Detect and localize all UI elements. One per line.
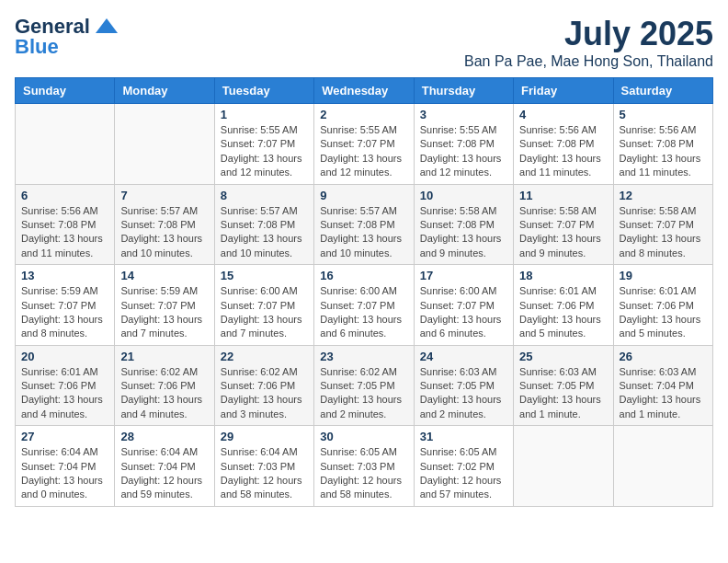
day-number: 21 — [120, 350, 208, 363]
day-number: 18 — [519, 269, 607, 282]
day-number: 22 — [221, 350, 308, 363]
day-number: 16 — [320, 269, 407, 282]
day-info: Sunrise: 6:03 AM Sunset: 7:05 PM Dayligh… — [420, 365, 507, 422]
day-info: Sunrise: 5:57 AM Sunset: 7:08 PM Dayligh… — [221, 204, 308, 261]
title-area: July 2025 Ban Pa Pae, Mae Hong Son, Thai… — [464, 15, 713, 70]
day-number: 2 — [320, 108, 407, 121]
day-number: 13 — [21, 269, 108, 282]
day-number: 10 — [420, 189, 507, 202]
day-header-sunday: Sunday — [16, 78, 115, 104]
location-title: Ban Pa Pae, Mae Hong Son, Thailand — [464, 53, 713, 70]
calendar-cell: 27Sunrise: 6:04 AM Sunset: 7:04 PM Dayli… — [16, 426, 115, 507]
calendar-cell: 8Sunrise: 5:57 AM Sunset: 7:08 PM Daylig… — [214, 184, 313, 265]
calendar-cell: 5Sunrise: 5:56 AM Sunset: 7:08 PM Daylig… — [613, 104, 712, 185]
month-title: July 2025 — [464, 15, 713, 53]
calendar-cell: 12Sunrise: 5:58 AM Sunset: 7:07 PM Dayli… — [613, 184, 712, 265]
day-info: Sunrise: 6:01 AM Sunset: 7:06 PM Dayligh… — [21, 365, 108, 422]
day-number: 15 — [221, 269, 308, 282]
day-number: 9 — [320, 189, 407, 202]
calendar-cell: 21Sunrise: 6:02 AM Sunset: 7:06 PM Dayli… — [115, 345, 214, 426]
day-info: Sunrise: 5:58 AM Sunset: 7:07 PM Dayligh… — [519, 204, 607, 261]
day-info: Sunrise: 5:55 AM Sunset: 7:08 PM Dayligh… — [420, 123, 507, 180]
calendar-cell — [115, 104, 214, 185]
day-info: Sunrise: 6:04 AM Sunset: 7:03 PM Dayligh… — [221, 445, 308, 502]
day-header-tuesday: Tuesday — [214, 78, 313, 104]
day-info: Sunrise: 5:55 AM Sunset: 7:07 PM Dayligh… — [320, 123, 407, 180]
day-info: Sunrise: 6:03 AM Sunset: 7:04 PM Dayligh… — [620, 365, 707, 422]
calendar-cell — [514, 426, 613, 507]
calendar-cell: 28Sunrise: 6:04 AM Sunset: 7:04 PM Dayli… — [115, 426, 214, 507]
day-number: 20 — [21, 350, 108, 363]
day-info: Sunrise: 6:05 AM Sunset: 7:03 PM Dayligh… — [320, 445, 407, 502]
calendar-cell: 13Sunrise: 5:59 AM Sunset: 7:07 PM Dayli… — [16, 265, 115, 346]
calendar-header-row: SundayMondayTuesdayWednesdayThursdayFrid… — [16, 78, 713, 104]
day-number: 31 — [420, 430, 507, 443]
svg-marker-0 — [96, 18, 118, 33]
calendar-cell: 2Sunrise: 5:55 AM Sunset: 7:07 PM Daylig… — [314, 104, 414, 185]
day-number: 26 — [620, 350, 707, 363]
calendar-cell: 9Sunrise: 5:57 AM Sunset: 7:08 PM Daylig… — [314, 184, 414, 265]
day-number: 24 — [420, 350, 507, 363]
day-info: Sunrise: 5:57 AM Sunset: 7:08 PM Dayligh… — [120, 204, 208, 261]
calendar-cell: 16Sunrise: 6:00 AM Sunset: 7:07 PM Dayli… — [314, 265, 414, 346]
day-number: 30 — [320, 430, 407, 443]
day-number: 12 — [620, 189, 707, 202]
calendar-week-row: 20Sunrise: 6:01 AM Sunset: 7:06 PM Dayli… — [16, 345, 713, 426]
logo: General Blue — [15, 15, 119, 59]
day-number: 7 — [120, 189, 208, 202]
day-info: Sunrise: 5:55 AM Sunset: 7:07 PM Dayligh… — [221, 123, 308, 180]
day-number: 23 — [320, 350, 407, 363]
day-number: 3 — [420, 108, 507, 121]
day-info: Sunrise: 5:58 AM Sunset: 7:08 PM Dayligh… — [420, 204, 507, 261]
day-number: 27 — [21, 430, 108, 443]
day-info: Sunrise: 6:02 AM Sunset: 7:06 PM Dayligh… — [221, 365, 308, 422]
day-info: Sunrise: 5:56 AM Sunset: 7:08 PM Dayligh… — [519, 123, 607, 180]
day-number: 14 — [120, 269, 208, 282]
day-info: Sunrise: 5:56 AM Sunset: 7:08 PM Dayligh… — [21, 204, 108, 261]
day-info: Sunrise: 6:02 AM Sunset: 7:05 PM Dayligh… — [320, 365, 407, 422]
calendar-cell: 18Sunrise: 6:01 AM Sunset: 7:06 PM Dayli… — [514, 265, 613, 346]
day-number: 25 — [519, 350, 607, 363]
day-header-thursday: Thursday — [414, 78, 513, 104]
calendar-cell: 15Sunrise: 6:00 AM Sunset: 7:07 PM Dayli… — [214, 265, 313, 346]
day-info: Sunrise: 5:57 AM Sunset: 7:08 PM Dayligh… — [320, 204, 407, 261]
day-info: Sunrise: 6:00 AM Sunset: 7:07 PM Dayligh… — [221, 284, 308, 341]
day-info: Sunrise: 5:59 AM Sunset: 7:07 PM Dayligh… — [120, 284, 208, 341]
day-info: Sunrise: 6:04 AM Sunset: 7:04 PM Dayligh… — [21, 445, 108, 502]
calendar-cell: 20Sunrise: 6:01 AM Sunset: 7:06 PM Dayli… — [16, 345, 115, 426]
day-info: Sunrise: 6:04 AM Sunset: 7:04 PM Dayligh… — [120, 445, 208, 502]
day-info: Sunrise: 6:03 AM Sunset: 7:05 PM Dayligh… — [519, 365, 607, 422]
day-number: 8 — [221, 189, 308, 202]
day-number: 1 — [221, 108, 308, 121]
logo-blue-text: Blue — [15, 35, 59, 59]
day-header-monday: Monday — [115, 78, 214, 104]
calendar-week-row: 1Sunrise: 5:55 AM Sunset: 7:07 PM Daylig… — [16, 104, 713, 185]
day-number: 29 — [221, 430, 308, 443]
calendar-cell: 10Sunrise: 5:58 AM Sunset: 7:08 PM Dayli… — [414, 184, 513, 265]
calendar-cell: 1Sunrise: 5:55 AM Sunset: 7:07 PM Daylig… — [214, 104, 313, 185]
day-info: Sunrise: 6:01 AM Sunset: 7:06 PM Dayligh… — [620, 284, 707, 341]
calendar-cell — [613, 426, 712, 507]
calendar-cell: 17Sunrise: 6:00 AM Sunset: 7:07 PM Dayli… — [414, 265, 513, 346]
calendar-cell: 31Sunrise: 6:05 AM Sunset: 7:02 PM Dayli… — [414, 426, 513, 507]
calendar-cell: 19Sunrise: 6:01 AM Sunset: 7:06 PM Dayli… — [613, 265, 712, 346]
calendar-cell: 25Sunrise: 6:03 AM Sunset: 7:05 PM Dayli… — [514, 345, 613, 426]
calendar-cell: 11Sunrise: 5:58 AM Sunset: 7:07 PM Dayli… — [514, 184, 613, 265]
day-number: 4 — [519, 108, 607, 121]
calendar-cell: 3Sunrise: 5:55 AM Sunset: 7:08 PM Daylig… — [414, 104, 513, 185]
day-number: 17 — [420, 269, 507, 282]
calendar-cell: 23Sunrise: 6:02 AM Sunset: 7:05 PM Dayli… — [314, 345, 414, 426]
day-info: Sunrise: 6:00 AM Sunset: 7:07 PM Dayligh… — [320, 284, 407, 341]
day-info: Sunrise: 5:58 AM Sunset: 7:07 PM Dayligh… — [620, 204, 707, 261]
day-info: Sunrise: 6:02 AM Sunset: 7:06 PM Dayligh… — [120, 365, 208, 422]
day-info: Sunrise: 5:59 AM Sunset: 7:07 PM Dayligh… — [21, 284, 108, 341]
day-header-friday: Friday — [514, 78, 613, 104]
day-number: 19 — [620, 269, 707, 282]
calendar-cell: 14Sunrise: 5:59 AM Sunset: 7:07 PM Dayli… — [115, 265, 214, 346]
calendar-week-row: 27Sunrise: 6:04 AM Sunset: 7:04 PM Dayli… — [16, 426, 713, 507]
day-number: 5 — [620, 108, 707, 121]
calendar-cell: 22Sunrise: 6:02 AM Sunset: 7:06 PM Dayli… — [214, 345, 313, 426]
day-info: Sunrise: 6:01 AM Sunset: 7:06 PM Dayligh… — [519, 284, 607, 341]
calendar-week-row: 13Sunrise: 5:59 AM Sunset: 7:07 PM Dayli… — [16, 265, 713, 346]
day-number: 11 — [519, 189, 607, 202]
